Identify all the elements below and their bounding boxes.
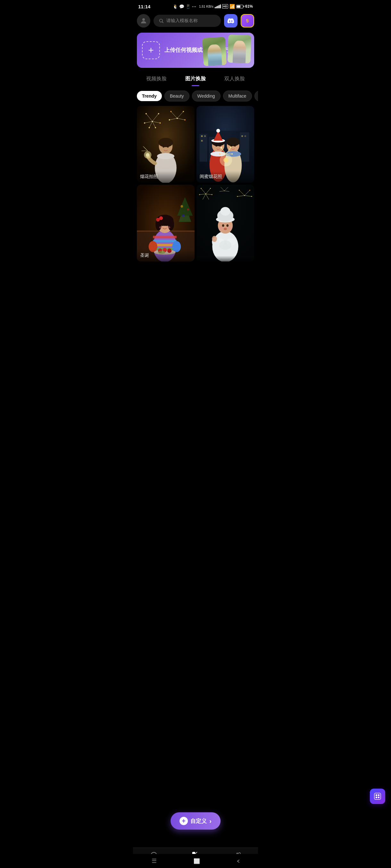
svg-point-115 — [199, 194, 200, 195]
svg-point-28 — [184, 119, 186, 121]
svg-point-16 — [144, 122, 145, 124]
banner-preview-1 — [202, 37, 227, 66]
svg-point-140 — [226, 224, 228, 227]
svg-point-15 — [158, 113, 159, 114]
filter-chinese-style[interactable]: Chinese Style — [254, 91, 258, 101]
custom-label: 自定义 — [190, 817, 207, 825]
svg-point-73 — [231, 153, 233, 155]
tab-dual-label: 双人换脸 — [224, 76, 245, 81]
svg-rect-85 — [153, 240, 176, 242]
back-gesture[interactable]: ‹ — [236, 857, 240, 865]
app-icon-2: 💬 — [179, 4, 184, 9]
svg-rect-48 — [241, 135, 243, 137]
filter-multiface[interactable]: Multiface — [223, 91, 252, 101]
svg-point-26 — [183, 111, 184, 112]
app-icon-1: 🐧 — [173, 4, 178, 9]
svg-point-32 — [163, 146, 164, 148]
svg-point-63 — [230, 144, 232, 147]
template-grid: 烟花拍照 — [133, 106, 258, 261]
home-gesture[interactable]: ⬜ — [194, 858, 200, 864]
svg-point-142 — [219, 226, 223, 230]
search-bar[interactable]: 请输入模板名称 — [153, 15, 221, 27]
svg-point-61 — [226, 137, 240, 146]
battery-icon — [236, 5, 243, 8]
fireworks-solo-overlay: 烟花拍照 — [137, 171, 195, 183]
menu-gesture[interactable]: ☰ — [151, 858, 157, 865]
banner-preview-2 — [227, 35, 252, 63]
crown-badge[interactable]: 5 — [241, 14, 254, 28]
tab-dual[interactable]: 双人换脸 — [215, 72, 254, 86]
svg-point-114 — [210, 188, 211, 189]
christmas-overlay: 圣诞 — [137, 250, 195, 261]
battery-pct: 61% — [245, 4, 253, 9]
status-icons: 🐧 💬 📱 ··· 1.51 KB/s HD 📶 61% — [173, 4, 253, 9]
search-placeholder: 请输入模板名称 — [166, 18, 198, 24]
christmas2-overlay — [196, 256, 254, 261]
svg-point-64 — [234, 144, 236, 147]
filter-wedding-label: Wedding — [197, 93, 215, 99]
svg-point-82 — [182, 214, 185, 217]
svg-point-141 — [224, 228, 227, 230]
more-dots: ··· — [192, 4, 196, 9]
christmas2-image — [196, 185, 254, 261]
custom-button[interactable]: + 自定义 › — [170, 812, 221, 830]
header: 请输入模板名称 5 — [133, 11, 258, 31]
tab-active-indicator — [192, 85, 199, 86]
grid-item-fireworks-duo[interactable]: 闺蜜烟花照 — [196, 106, 254, 183]
svg-point-81 — [187, 209, 189, 211]
svg-rect-84 — [153, 236, 176, 239]
svg-point-80 — [180, 205, 183, 208]
filter-trendy[interactable]: Trendy — [137, 91, 162, 101]
svg-point-145 — [212, 236, 217, 242]
svg-point-57 — [215, 144, 217, 147]
wifi-icon: 📶 — [229, 4, 235, 9]
avatar[interactable] — [137, 14, 150, 28]
filter-beauty[interactable]: Beauty — [164, 91, 189, 101]
grid-item-fireworks-solo[interactable]: 烟花拍照 — [137, 106, 195, 183]
discord-button[interactable] — [224, 14, 238, 28]
svg-rect-45 — [201, 135, 203, 137]
svg-point-97 — [166, 224, 168, 226]
tab-photo-label: 图片换脸 — [185, 76, 206, 81]
custom-arrow: › — [209, 817, 212, 825]
svg-point-96 — [162, 224, 163, 226]
grid-item-christmas2[interactable] — [196, 185, 254, 261]
svg-point-31 — [158, 138, 173, 147]
svg-point-122 — [239, 190, 240, 191]
tab-video[interactable]: 视频换脸 — [137, 72, 176, 86]
svg-point-66 — [223, 158, 228, 163]
svg-point-124 — [237, 196, 238, 197]
svg-point-123 — [249, 190, 250, 191]
signal-icon — [215, 4, 221, 8]
filter-row: Trendy Beauty Wedding Multiface Chinese … — [133, 91, 258, 101]
svg-point-19 — [155, 127, 156, 128]
tab-photo[interactable]: 图片换脸 — [176, 72, 215, 86]
filter-wedding[interactable]: Wedding — [192, 91, 221, 101]
svg-line-2 — [162, 22, 163, 23]
svg-point-116 — [212, 194, 213, 195]
svg-point-74 — [219, 153, 221, 155]
grid-item-christmas[interactable]: 圣诞 — [137, 185, 195, 261]
upload-button[interactable]: + — [142, 41, 160, 59]
crown-level: 5 — [246, 18, 249, 23]
gesture-bar: ☰ ⬜ ‹ — [133, 854, 258, 868]
svg-point-34 — [157, 153, 174, 159]
svg-point-25 — [170, 111, 172, 112]
fireworks-duo-label: 闺蜜烟花照 — [200, 174, 222, 179]
hd-badge: HD — [222, 4, 228, 9]
status-bar: 11:14 🐧 💬 📱 ··· 1.51 KB/s HD 📶 61 — [133, 0, 258, 11]
svg-point-72 — [230, 147, 231, 148]
upload-banner[interactable]: + 上传任何视频或者图片进行换脸 — [137, 33, 254, 68]
svg-point-27 — [169, 119, 170, 121]
svg-point-55 — [216, 129, 220, 133]
svg-point-18 — [149, 127, 150, 128]
battery-fill — [237, 5, 240, 8]
svg-point-95 — [159, 216, 163, 220]
svg-point-99 — [167, 226, 170, 229]
svg-point-36 — [146, 153, 150, 157]
filter-beauty-label: Beauty — [170, 93, 184, 99]
tab-video-label: 视频换脸 — [146, 76, 167, 81]
svg-point-93 — [168, 218, 174, 231]
svg-point-134 — [219, 240, 232, 250]
svg-rect-49 — [245, 135, 246, 137]
